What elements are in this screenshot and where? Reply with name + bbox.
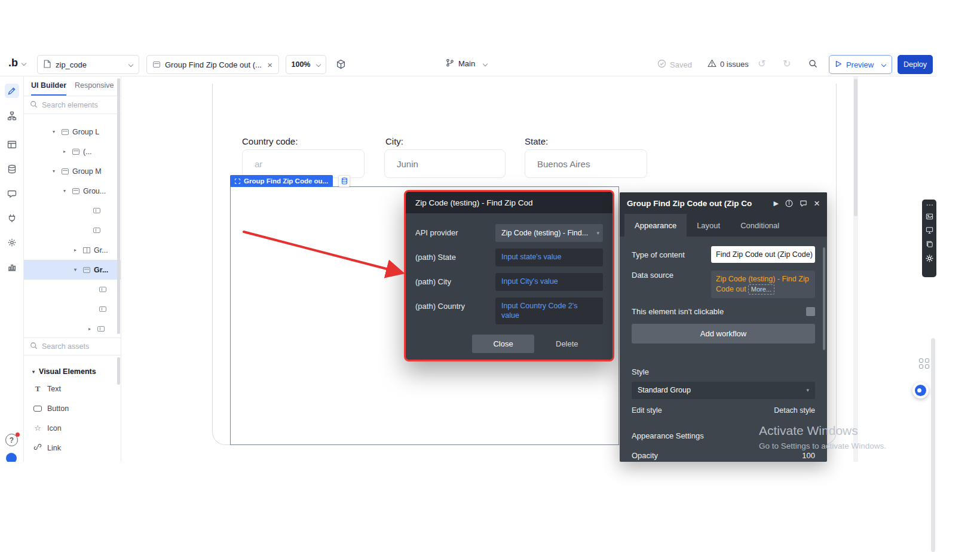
apps-grid-icon[interactable] [919, 358, 929, 369]
api-provider-dropdown[interactable]: Zip Code (testing) - Find...▾ [495, 224, 603, 242]
palette-item-text[interactable]: TText [24, 379, 121, 398]
info-icon[interactable] [785, 200, 793, 207]
comment-icon[interactable] [800, 200, 807, 207]
tab-conditional[interactable]: Conditional [730, 214, 789, 237]
tree-item-selected[interactable]: ▾Gr... [24, 260, 121, 280]
state-input[interactable]: Buenos Aires [525, 149, 647, 178]
clickable-checkbox[interactable] [806, 307, 815, 316]
palette-item-button[interactable]: Button [24, 398, 121, 418]
popup-row-path-city: (path) City Input City's value [415, 273, 603, 291]
data-source-chip[interactable] [338, 175, 350, 187]
open-element-tab[interactable]: Group Find Zip Code out (... × [146, 55, 279, 74]
property-inspector: Group Find Zip Code out (Zip Co ▶ × Appe… [620, 192, 827, 462]
palette-scrollbar[interactable] [117, 357, 120, 385]
country-code-input[interactable]: ar [242, 149, 365, 178]
left-nav-strip: ? [0, 76, 24, 462]
canvas-scrollbar[interactable] [853, 76, 858, 462]
tree-item[interactable] [24, 299, 121, 319]
tree-item[interactable] [24, 280, 121, 299]
chevron-down-icon[interactable]: ▾ [53, 129, 58, 134]
tree-item[interactable]: ▸(... [24, 142, 121, 161]
app-selector[interactable]: zip_code [37, 55, 139, 74]
tab-responsive[interactable]: Responsive [75, 76, 114, 96]
more-options-icon[interactable]: ⋯ [926, 201, 933, 208]
path-city-value[interactable]: Input City's value [495, 273, 603, 291]
bubble-logo-menu[interactable]: .b [8, 57, 26, 69]
style-select[interactable]: Standard Group ▾ [632, 382, 815, 399]
tree-item-group-l[interactable]: ▾Group L [24, 122, 121, 142]
tree-item[interactable] [24, 201, 121, 220]
palette-item-link[interactable]: Link [24, 438, 121, 458]
undo-icon[interactable]: ↺ [758, 58, 765, 69]
play-icon[interactable]: ▶ [774, 200, 779, 207]
styles-icon[interactable] [5, 186, 19, 201]
page-scrollbar[interactable] [931, 338, 935, 552]
appearance-settings-header[interactable]: Appearance Settings [632, 431, 815, 440]
chevron-down-icon[interactable]: ▾ [74, 267, 79, 272]
chat-widget-icon [915, 385, 926, 396]
close-button[interactable]: Close [472, 335, 534, 353]
logs-icon[interactable] [5, 260, 19, 274]
tree-item[interactable]: ▸Gr... [24, 240, 121, 260]
search-assets-input[interactable] [42, 342, 109, 351]
preview-button[interactable]: Preview [829, 55, 892, 74]
bubble-assistant-icon[interactable] [6, 453, 17, 462]
chevron-down-icon[interactable]: ▾ [53, 168, 58, 174]
settings-icon[interactable] [5, 235, 19, 250]
type-of-content-field[interactable]: Find Zip Code out (Zip Code) [711, 246, 815, 263]
chat-widget[interactable] [912, 382, 929, 398]
tree-scrollbar[interactable] [117, 78, 120, 334]
chevron-right-icon[interactable]: ▸ [63, 149, 69, 154]
tree-item-group-m[interactable]: ▾Group M [24, 161, 121, 181]
palette-item-icon[interactable]: ☆Icon [24, 418, 121, 438]
selected-element-badge[interactable]: Group Find Zip Code ou... [230, 175, 333, 187]
path-state-value[interactable]: Input state's value [495, 249, 603, 266]
search-elements-input[interactable] [42, 101, 109, 109]
data-source-field[interactable]: Zip Code (testing) - Find Zip Code outMo… [711, 271, 815, 298]
inspector-scrollbar[interactable] [823, 247, 825, 350]
group-icon [83, 267, 90, 273]
data-source-label: Data source [632, 271, 711, 280]
component-library-icon[interactable] [336, 59, 346, 71]
tree-item[interactable]: ▾Grou... [24, 181, 121, 201]
chevron-down-icon[interactable]: ▾ [63, 188, 69, 194]
copy-windows-icon[interactable] [926, 240, 933, 250]
tree-item[interactable]: ▸ [24, 319, 121, 339]
plugins-icon[interactable] [5, 211, 19, 225]
group-icon [62, 129, 69, 135]
zoom-control[interactable]: 100% [286, 55, 326, 74]
data-icon[interactable] [5, 162, 19, 176]
redo-icon[interactable]: ↻ [783, 58, 791, 69]
more-button[interactable]: More... [748, 284, 774, 295]
design-icon[interactable] [5, 84, 19, 98]
tree-item[interactable] [24, 220, 121, 240]
tab-ui-builder[interactable]: UI Builder [31, 76, 66, 96]
edit-style-link[interactable]: Edit style [632, 406, 662, 415]
branch-selector[interactable]: Main [446, 59, 487, 69]
delete-button[interactable]: Delete [551, 335, 583, 353]
workflow-icon[interactable] [5, 109, 19, 123]
chevron-right-icon[interactable]: ▸ [88, 326, 94, 332]
city-input[interactable]: Junin [384, 149, 506, 178]
close-tab-icon[interactable]: × [267, 60, 272, 69]
add-workflow-button[interactable]: Add workflow [632, 324, 815, 344]
chevron-right-icon[interactable]: ▸ [74, 247, 79, 253]
search-icon[interactable] [808, 59, 817, 70]
tab-layout[interactable]: Layout [687, 214, 730, 237]
deploy-button[interactable]: Deploy [898, 55, 933, 74]
popup-title[interactable]: Zip Code (testing) - Find Zip Cod [406, 192, 612, 213]
close-icon[interactable]: × [814, 198, 820, 208]
pages-icon[interactable] [5, 137, 19, 152]
selection-icon [235, 179, 240, 184]
detach-style-link[interactable]: Detach style [774, 406, 815, 415]
screenshot-icon[interactable] [926, 213, 933, 222]
field-label: City: [385, 136, 403, 146]
monitor-icon[interactable] [926, 226, 933, 236]
issues-indicator[interactable]: 0 issues [708, 59, 749, 69]
opacity-value[interactable]: 100 [802, 451, 815, 460]
tab-appearance[interactable]: Appearance [624, 214, 687, 237]
path-country-value[interactable]: Input Country Code 2's value [495, 298, 603, 324]
gear-icon[interactable] [925, 254, 934, 265]
visual-elements-header[interactable]: ▾ Visual Elements [24, 363, 121, 380]
link-icon [33, 443, 42, 453]
